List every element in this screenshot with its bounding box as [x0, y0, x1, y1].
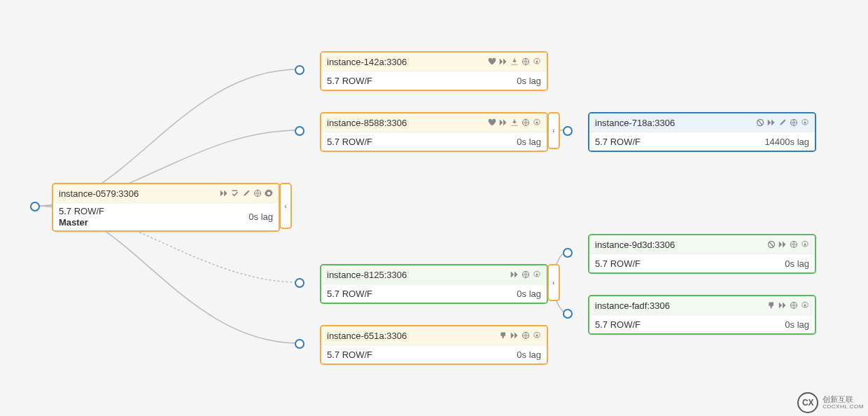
globe-icon[interactable] [522, 57, 530, 66]
heart-icon[interactable] [488, 118, 496, 127]
node-version: 5.7 ROW/F [327, 137, 372, 147]
watermark-line1: 创新互联 [822, 396, 864, 404]
node-651a[interactable]: instance-651a:3306 5.7 ROW/F 0s lag [320, 325, 548, 365]
download-icon[interactable] [510, 118, 519, 127]
node-142a[interactable]: instance-142a:3306 5.7 ROW/F 0s lag [320, 51, 548, 91]
port-142a[interactable] [295, 65, 304, 75]
node-name[interactable]: instance-142a:3306 [327, 57, 407, 67]
node-lag: 0s lag [785, 258, 809, 269]
gear-icon[interactable] [533, 118, 541, 127]
collapse-toggle-8588[interactable]: ‹ [547, 112, 560, 149]
node-fadf[interactable]: instance-fadf:3306 5.7 ROW/F 0s lag [588, 295, 816, 335]
port-9d3d[interactable] [563, 248, 573, 258]
fast-forward-icon[interactable] [499, 118, 507, 127]
collapse-toggle-master[interactable]: ‹ [279, 183, 292, 229]
node-name[interactable]: instance-9d3d:3306 [595, 240, 675, 250]
node-lag: 0s lag [517, 349, 541, 360]
pencil-icon[interactable] [778, 118, 787, 127]
node-version: 5.7 ROW/F [327, 349, 372, 360]
fast-forward-icon[interactable] [510, 270, 519, 279]
node-body: 5.7 ROW/F 0s lag [321, 132, 547, 151]
svg-point-8 [804, 122, 806, 124]
node-master[interactable]: instance-0579:3306 5.7 ROW/F Master 0s l… [52, 183, 280, 232]
check-icon[interactable] [231, 189, 239, 197]
svg-line-14 [769, 242, 774, 247]
port-718a[interactable] [563, 126, 573, 136]
node-header: instance-651a:3306 [321, 326, 547, 345]
collapse-toggle-8125[interactable]: ‹ [547, 264, 560, 301]
fast-forward-icon[interactable] [499, 57, 507, 66]
node-lag: 0s lag [517, 289, 541, 299]
fast-forward-icon[interactable] [220, 189, 228, 197]
node-icons [499, 331, 541, 340]
node-body: 5.7 ROW/F 14400s lag [589, 132, 815, 151]
globe-icon[interactable] [790, 118, 798, 127]
gear-icon[interactable] [801, 240, 809, 249]
globe-icon[interactable] [253, 189, 262, 197]
node-718a[interactable]: instance-718a:3306 5.7 ROW/F 14400s lag [588, 112, 816, 152]
thumbs-down-icon[interactable] [499, 331, 507, 340]
node-name[interactable]: instance-0579:3306 [59, 188, 139, 199]
node-name[interactable]: instance-8125:3306 [327, 270, 407, 280]
chevron-left-icon: ‹ [552, 127, 554, 134]
svg-point-18 [804, 305, 806, 307]
watermark-logo-icon: CX [797, 392, 818, 413]
node-icons [756, 118, 809, 127]
node-role: Master [59, 217, 104, 228]
node-version: 5.7 ROW/F [595, 319, 640, 330]
ban-icon[interactable] [767, 240, 776, 249]
port-8125[interactable] [295, 278, 304, 288]
thumbs-down-icon[interactable] [767, 301, 776, 310]
globe-icon[interactable] [522, 118, 530, 127]
chevron-left-icon: ‹ [552, 279, 554, 286]
port-fadf[interactable] [563, 309, 573, 319]
globe-icon[interactable] [790, 301, 798, 310]
fast-forward-icon[interactable] [510, 331, 519, 340]
node-icons [488, 57, 541, 66]
node-name[interactable]: instance-718a:3306 [595, 118, 675, 128]
node-9d3d[interactable]: instance-9d3d:3306 5.7 ROW/F 0s lag [588, 234, 816, 274]
gear-icon[interactable] [801, 118, 809, 127]
node-body: 5.7 ROW/F 0s lag [589, 254, 815, 272]
node-icons [767, 301, 809, 310]
port-651a[interactable] [295, 339, 304, 349]
svg-point-12 [536, 335, 538, 337]
node-body: 5.7 ROW/F Master 0s lag [53, 202, 279, 230]
ban-icon[interactable] [756, 118, 764, 127]
topology-canvas: instance-0579:3306 5.7 ROW/F Master 0s l… [0, 0, 868, 416]
node-lag: 0s lag [248, 212, 273, 222]
port-8588[interactable] [295, 126, 304, 136]
globe-icon[interactable] [522, 270, 530, 279]
node-name[interactable]: instance-8588:3306 [327, 118, 407, 128]
node-icons [767, 240, 809, 249]
node-icons [510, 270, 541, 279]
heart-icon[interactable] [488, 57, 496, 66]
node-header: instance-fadf:3306 [589, 296, 815, 314]
node-name[interactable]: instance-651a:3306 [327, 331, 407, 341]
globe-icon[interactable] [790, 240, 798, 249]
svg-line-6 [758, 120, 762, 125]
gear-icon[interactable] [801, 301, 809, 310]
node-version: 5.7 ROW/F [595, 137, 640, 147]
node-name[interactable]: instance-fadf:3306 [595, 300, 670, 311]
node-version: 5.7 ROW/F [595, 258, 640, 269]
gear-icon[interactable] [265, 189, 273, 197]
node-lag: 0s lag [517, 76, 541, 86]
chevron-left-icon: ‹ [284, 202, 286, 210]
port-master-left[interactable] [30, 202, 40, 212]
pencil-icon[interactable] [242, 189, 251, 197]
fast-forward-icon[interactable] [778, 301, 787, 310]
node-body: 5.7 ROW/F 0s lag [321, 284, 547, 303]
globe-icon[interactable] [522, 331, 530, 340]
node-icons [488, 118, 541, 127]
fast-forward-icon[interactable] [778, 240, 787, 249]
gear-icon[interactable] [533, 331, 541, 340]
node-8588[interactable]: instance-8588:3306 5.7 ROW/F 0s lag [320, 112, 548, 152]
gear-icon[interactable] [533, 270, 541, 279]
gear-icon[interactable] [533, 57, 541, 66]
download-icon[interactable] [510, 57, 519, 66]
node-8125[interactable]: instance-8125:3306 5.7 ROW/F 0s lag [320, 264, 548, 304]
fast-forward-icon[interactable] [767, 118, 776, 127]
node-lag: 0s lag [517, 137, 541, 147]
svg-point-4 [536, 122, 538, 124]
